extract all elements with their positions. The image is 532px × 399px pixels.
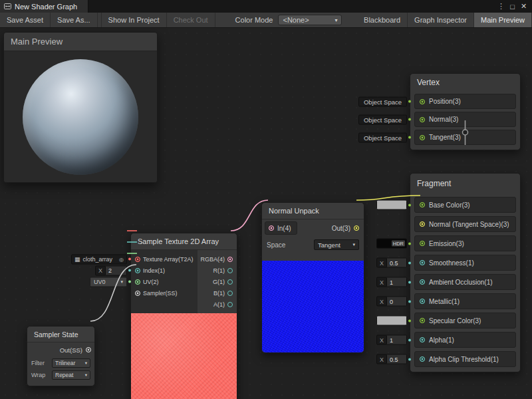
x-value[interactable]: 1 [386,336,406,344]
save-as-button[interactable]: Save As... [51,13,98,27]
graph-canvas[interactable]: Main Preview Vertex Object Space Positio… [0,28,532,399]
position-input-port[interactable] [420,99,425,104]
ambient-occlusion-label: Ambient Occlusion(1) [429,279,493,286]
index-input-port[interactable] [135,268,140,273]
fragment-block[interactable]: Fragment Base Color(3) Normal (Tangent S… [410,173,521,372]
alpha-float-field[interactable]: X 1 [376,335,407,345]
g-output-port[interactable] [227,279,233,285]
fragment-row-specular-color[interactable]: Specular Color(3) [414,313,516,329]
specular-color-swatch[interactable] [376,316,407,326]
space-dropdown[interactable]: Tangent ▾ [314,239,359,250]
blackboard-toggle[interactable]: Blackboard [357,13,408,27]
rgba-output-port[interactable] [227,257,233,262]
x-value[interactable]: 0.5 [386,355,406,364]
metallic-port[interactable] [420,299,425,304]
normal-unpack-title: Normal Unpack [262,203,364,219]
menu-kebab-icon[interactable]: ⋮ [495,2,507,11]
fragment-row-smoothness[interactable]: X 0.5 Smoothness(1) [414,255,516,271]
fragment-row-alpha-clip[interactable]: X 0.5 Alpha Clip Threshold(1) [414,351,516,367]
base-color-swatch[interactable] [376,200,407,210]
vertex-row-tangent[interactable]: Object Space Tangent(3) [414,130,516,145]
uv-channel-dropdown[interactable]: UV0 ▾ [90,277,127,287]
show-in-project-button[interactable]: Show In Project [102,13,167,27]
maximize-icon[interactable]: □ [507,3,518,11]
output-row-g[interactable]: G(1) [198,276,233,287]
output-row-r[interactable]: R(1) [198,265,233,276]
sample-texture-2d-array-node[interactable]: Sample Texture 2D Array ▦ cloth_array ◎ … [130,233,237,399]
index-float-field[interactable]: X 2 [95,265,127,275]
x-value[interactable]: 0.5 [386,259,406,267]
fragment-row-normal[interactable]: Normal (Tangent Space)(3) [414,216,516,232]
ambient-occlusion-port[interactable] [420,279,425,285]
ao-float-field[interactable]: X 1 [376,277,407,287]
main-preview-toggle[interactable]: Main Preview [474,13,532,27]
color-mode-dropdown[interactable]: <None> ▾ [278,15,342,25]
in-slot[interactable]: In(4) [265,221,297,235]
wrap-value: Repeat [55,372,73,378]
vertex-row-position[interactable]: Object Space Position(3) [414,94,516,109]
color-mode-value: <None> [283,16,309,24]
chip-port-dot [408,242,411,245]
specular-color-port[interactable] [420,318,425,323]
emission-port[interactable] [420,241,425,246]
out-port[interactable] [354,225,359,231]
texture-array-object-field[interactable]: ▦ cloth_array ◎ [71,254,127,264]
x-value[interactable]: 0 [386,297,406,306]
out-slot[interactable]: Out(3) [332,225,359,232]
fragment-row-emission[interactable]: HDR Emission(3) [414,235,516,251]
tangent-space-dropdown[interactable]: Object Space [358,132,407,142]
metallic-float-field[interactable]: X 0 [376,297,407,307]
normal-tangent-port[interactable] [420,221,425,227]
input-row-index[interactable]: X 2 Index(1) [135,265,198,276]
wrap-dropdown[interactable]: Repeat ▾ [52,370,90,380]
alpha-clip-float-field[interactable]: X 0.5 [376,354,407,364]
output-row-a[interactable]: A(1) [198,299,233,310]
base-color-port[interactable] [420,202,425,207]
output-row-rgba[interactable]: RGBA(4) [198,253,233,265]
sampler-out-row[interactable]: Out(SS) [27,342,94,357]
normal-unpack-node[interactable]: Normal Unpack In(4) Out(3) Space Tangent… [261,202,364,353]
sample-node-title: Sample Texture 2D Array [131,233,237,250]
input-row-texture-array[interactable]: ▦ cloth_array ◎ Texture Array(T2A) [135,253,198,265]
object-picker-icon[interactable]: ◎ [119,256,124,262]
output-row-b[interactable]: B(1) [198,287,233,299]
smoothness-float-field[interactable]: X 0.5 [376,258,407,268]
input-row-sampler[interactable]: Sampler(SS) [135,287,198,299]
x-value[interactable]: 2 [105,266,126,275]
normal-space-dropdown[interactable]: Object Space [358,114,407,124]
graph-inspector-toggle[interactable]: Graph Inspector [408,13,474,27]
fragment-row-alpha[interactable]: X 1 Alpha(1) [414,332,516,348]
emission-hdr-swatch[interactable]: HDR [376,239,407,249]
b-output-port[interactable] [227,291,233,296]
normal-input-port[interactable] [420,117,425,122]
uv-input-port[interactable] [135,279,140,285]
r-output-port[interactable] [227,268,233,273]
fragment-row-metallic[interactable]: X 0 Metallic(1) [414,293,516,309]
vertex-row-normal[interactable]: Object Space Normal(3) [414,112,516,127]
smoothness-port[interactable] [420,260,425,265]
filter-dropdown[interactable]: Trilinear ▾ [52,358,90,368]
position-space-dropdown[interactable]: Object Space [358,96,407,106]
fragment-rows: Base Color(3) Normal (Tangent Space)(3) … [410,197,520,372]
in-port[interactable] [269,225,274,231]
fragment-row-ambient-occlusion[interactable]: X 1 Ambient Occlusion(1) [414,274,516,290]
texture-array-input-port[interactable] [135,257,140,262]
main-preview-title[interactable]: Main Preview [4,33,157,51]
alpha-port[interactable] [420,337,425,342]
sampler-state-node[interactable]: Sampler State Out(SS) Filter Trilinear ▾… [27,326,95,386]
input-row-uv[interactable]: UV0 ▾ UV(2) [135,276,198,287]
close-icon[interactable]: ✕ [518,2,529,11]
x-value[interactable]: 1 [386,278,406,287]
alpha-clip-port[interactable] [420,356,425,362]
tangent-input-port[interactable] [420,135,425,140]
sampler-out-port[interactable] [86,347,91,352]
sampler-state-title: Sampler State [27,327,94,342]
main-preview-panel[interactable]: Main Preview [3,32,158,183]
save-asset-button[interactable]: Save Asset [0,13,51,27]
a-output-port[interactable] [227,302,233,307]
sampler-input-port[interactable] [135,291,140,296]
x-label: X [96,267,105,274]
vertex-block[interactable]: Vertex Object Space Position(3) Object S… [410,73,521,150]
fragment-row-base-color[interactable]: Base Color(3) [414,197,516,213]
document-tab[interactable]: New Shader Graph [0,0,88,13]
